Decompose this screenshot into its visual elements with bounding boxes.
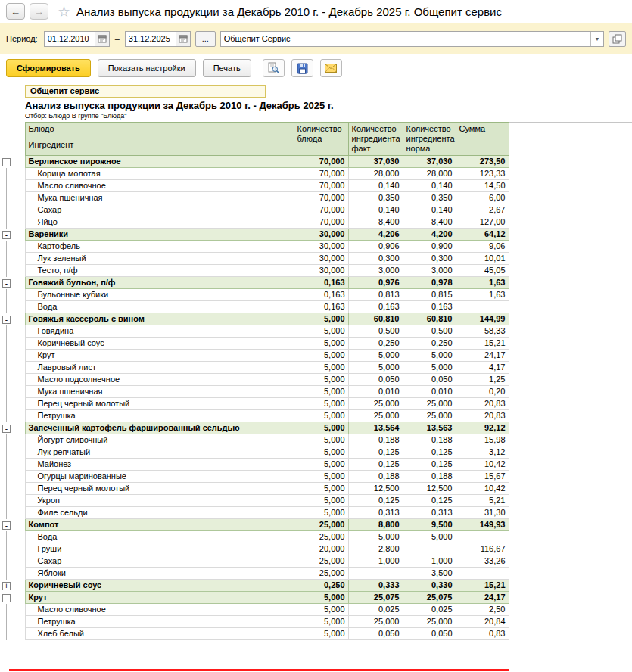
ingredient-row: Лук репчатый5,0000,1250,1253,12 (0, 446, 509, 459)
row-gutter: - (0, 277, 25, 289)
sum-cell: 5,21 (456, 495, 509, 507)
organization-input[interactable] (221, 32, 590, 46)
qty-dish-cell: 5,000 (294, 483, 348, 495)
ingredient-row: Груши20,0002,800116,67 (0, 543, 509, 555)
period-dash: – (114, 34, 120, 43)
sum-cell: 123,33 (456, 168, 509, 180)
qty-norm-cell: 3,000 (403, 265, 456, 277)
qty-norm-cell: 0,350 (403, 192, 456, 204)
chevron-down-icon[interactable]: ▼ (590, 32, 603, 46)
row-gutter (0, 180, 25, 192)
ingredient-row: Масло сливочное70,0000,1400,14014,50 (0, 180, 509, 192)
period-more-button[interactable]: ... (195, 31, 216, 47)
row-gutter (0, 604, 25, 616)
group-row: -Говяжий бульон, п/ф0,1630,9760,9781,63 (0, 277, 509, 289)
ingredient-row: Картофель30,0000,9060,9009,06 (0, 241, 509, 253)
tree-line (6, 204, 7, 216)
collapse-icon[interactable]: - (2, 279, 11, 288)
collapse-icon[interactable]: - (2, 158, 11, 166)
row-gutter (0, 325, 25, 338)
qty-fact-cell: 0,010 (348, 386, 403, 398)
row-gutter (0, 555, 25, 568)
qty-fact-cell: 28,000 (348, 168, 403, 180)
sum-cell: 58,33 (456, 325, 509, 338)
qty-norm-cell: 5,000 (403, 531, 456, 543)
ingredient-row: Перец черный молотый5,00025,00025,00020,… (0, 398, 509, 410)
report-table-body: -Берлинское пирожное70,00037,03037,03027… (0, 156, 509, 640)
back-button[interactable]: ← (6, 3, 25, 20)
qty-norm-cell: 25,000 (403, 398, 456, 410)
ingredient-cell: Йогурт сливочный (25, 434, 294, 446)
sum-cell: 149,93 (456, 519, 509, 531)
row-gutter (0, 531, 25, 543)
dish-group-cell: Говяжья кассероль с вином (25, 313, 294, 325)
qty-dish-cell: 30,000 (294, 229, 348, 241)
tree-line (6, 241, 7, 253)
collapse-icon[interactable]: - (2, 425, 11, 433)
show-settings-button[interactable]: Показать настройки (98, 59, 196, 77)
sum-cell: 116,67 (456, 543, 509, 555)
calendar-icon[interactable] (95, 32, 109, 46)
tree-line (6, 289, 7, 301)
dish-group-cell: Вареники (25, 229, 294, 241)
qty-norm-cell: 5,000 (403, 362, 456, 374)
qty-norm-cell: 13,563 (403, 422, 456, 434)
envelope-icon (325, 64, 337, 73)
qty-fact-cell: 25,000 (348, 410, 403, 422)
qty-fact-cell: 0,188 (348, 434, 403, 446)
collapse-icon[interactable]: - (2, 231, 11, 239)
qty-fact-cell: 5,000 (348, 350, 403, 362)
tree-line (6, 362, 7, 374)
qty-dish-cell: 0,163 (294, 277, 348, 289)
save-button[interactable] (291, 59, 313, 77)
collapse-icon[interactable]: - (2, 316, 11, 324)
collapse-icon[interactable]: - (2, 594, 11, 602)
qty-dish-cell: 5,000 (294, 362, 348, 374)
ingredient-cell: Майонез (25, 459, 294, 471)
date-to-input[interactable] (126, 32, 176, 46)
generate-button[interactable]: Сформировать (6, 59, 91, 77)
ingredient-row: Бульонные кубики0,1630,8130,8151,63 (0, 289, 509, 301)
row-gutter (0, 338, 25, 350)
expand-icon[interactable]: + (2, 582, 11, 590)
calendar-icon[interactable] (176, 32, 190, 46)
row-gutter (0, 398, 25, 410)
tree-line (6, 325, 7, 338)
ingredient-cell: Масло сливочное (25, 604, 294, 616)
ingredient-row: Хлеб белый5,0000,0500,0500,83 (0, 628, 509, 640)
qty-norm-cell: 25,000 (403, 616, 456, 628)
qty-norm-cell: 0,140 (403, 180, 456, 192)
send-email-button[interactable] (320, 59, 342, 77)
ingredient-row: Тесто, п/ф30,0003,0003,00045,05 (0, 265, 509, 277)
period-bar: Период: – ... ▼ (0, 23, 632, 54)
open-organization-button[interactable] (609, 31, 626, 47)
forward-button[interactable]: → (30, 3, 48, 20)
qty-dish-cell: 5,000 (294, 592, 348, 604)
qty-dish-cell: 5,000 (294, 338, 348, 350)
ingredient-cell: Тесто, п/ф (25, 265, 294, 277)
qty-fact-cell: 0,350 (348, 192, 403, 204)
print-preview-button[interactable] (263, 59, 285, 77)
print-button[interactable]: Печать (203, 59, 251, 77)
date-from-input[interactable] (45, 32, 95, 46)
qty-fact-cell: 8,800 (348, 519, 403, 531)
qty-fact-cell: 0,250 (348, 338, 403, 350)
qty-fact-cell: 37,030 (348, 156, 403, 168)
qty-fact-cell: 5,000 (348, 531, 403, 543)
group-row: -Компот25,0008,8009,500149,93 (0, 519, 509, 531)
qty-norm-cell: 0,188 (403, 471, 456, 483)
tree-line (6, 446, 7, 459)
ingredient-row: Огурцы маринованные5,0000,1880,18815,67 (0, 471, 509, 483)
dish-group-cell: Говяжий бульон, п/ф (25, 277, 294, 289)
row-gutter (0, 253, 25, 265)
report-group-cell-organization[interactable]: Общепит сервис (25, 85, 266, 98)
favorite-star-icon[interactable]: ☆ (58, 3, 70, 20)
qty-fact-cell (348, 568, 403, 580)
column-header-dish: Блюдо (25, 123, 294, 138)
report-toolbar: Сформировать Показать настройки Печать (0, 54, 632, 82)
row-gutter (0, 289, 25, 301)
qty-fact-cell: 0,050 (348, 374, 403, 386)
tree-line (6, 471, 7, 483)
qty-dish-cell: 5,000 (294, 398, 348, 410)
collapse-icon[interactable]: - (2, 521, 11, 530)
